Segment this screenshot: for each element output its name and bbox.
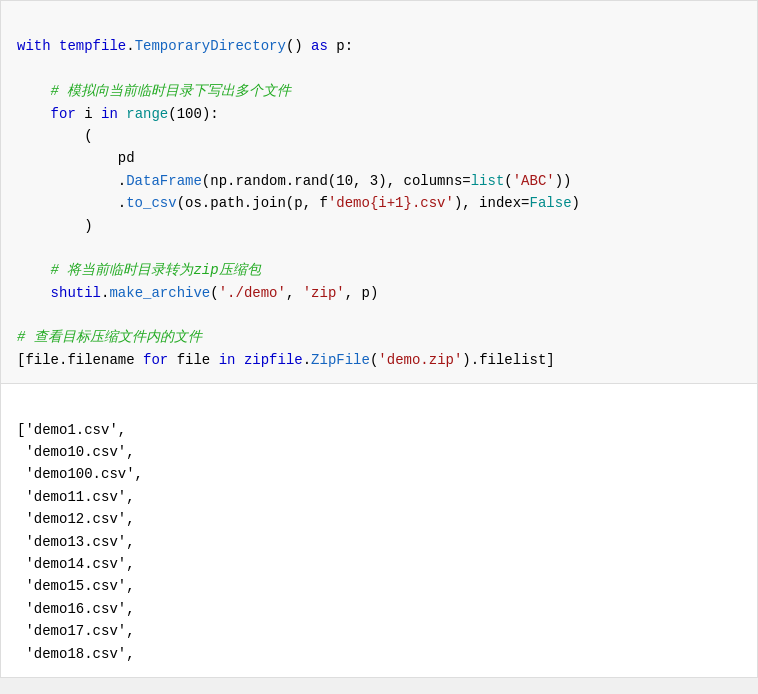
comment-1: # 模拟向当前临时目录下写出多个文件 <box>51 83 292 99</box>
output-line-3: 'demo100.csv', <box>17 466 143 482</box>
output-line-9: 'demo16.csv', <box>17 601 135 617</box>
output-line-5: 'demo12.csv', <box>17 511 135 527</box>
module-tempfile: tempfile <box>59 38 126 54</box>
string-demo-zip: 'demo.zip' <box>378 352 462 368</box>
method-zipfile: ZipFile <box>311 352 370 368</box>
method-make-archive: make_archive <box>109 285 210 301</box>
keyword-in2: in <box>219 352 236 368</box>
output-line-4: 'demo11.csv', <box>17 489 135 505</box>
output-line-1: ['demo1.csv', <box>17 422 126 438</box>
keyword-with: with <box>17 38 51 54</box>
string-zip: 'zip' <box>303 285 345 301</box>
builtin-list: list <box>471 173 505 189</box>
module-shutil: shutil <box>51 285 101 301</box>
output-line-11: 'demo18.csv', <box>17 646 135 662</box>
method-dataframe: DataFrame <box>126 173 202 189</box>
method-temporarydirectory: TemporaryDirectory <box>135 38 286 54</box>
string-abc: 'ABC' <box>513 173 555 189</box>
code-block: with tempfile.TemporaryDirectory() as p:… <box>0 0 758 384</box>
output-line-8: 'demo15.csv', <box>17 578 135 594</box>
builtin-range: range <box>126 106 168 122</box>
keyword-for2: for <box>143 352 168 368</box>
output-line-2: 'demo10.csv', <box>17 444 135 460</box>
keyword-for: for <box>51 106 76 122</box>
output-line-10: 'demo17.csv', <box>17 623 135 639</box>
string-demo: 'demo{i+1}.csv' <box>328 195 454 211</box>
builtin-false: False <box>530 195 572 211</box>
string-demo-arg: './demo' <box>219 285 286 301</box>
module-zipfile: zipfile <box>244 352 303 368</box>
keyword-as: as <box>311 38 328 54</box>
output-line-7: 'demo14.csv', <box>17 556 135 572</box>
keyword-in: in <box>101 106 118 122</box>
output-block: ['demo1.csv', 'demo10.csv', 'demo100.csv… <box>0 384 758 678</box>
comment-3: # 查看目标压缩文件内的文件 <box>17 329 202 345</box>
output-line-6: 'demo13.csv', <box>17 534 135 550</box>
method-tocsv: to_csv <box>126 195 176 211</box>
comment-2: # 将当前临时目录转为zip压缩包 <box>51 262 261 278</box>
